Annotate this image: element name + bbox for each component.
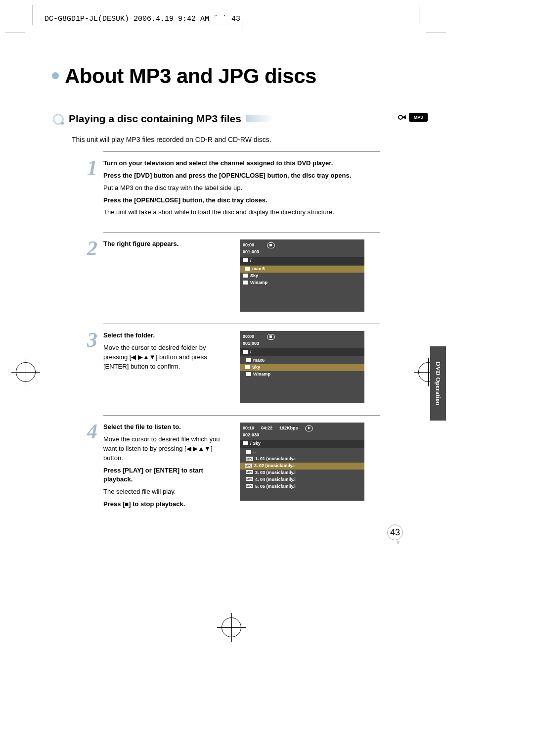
folder-icon — [246, 372, 251, 376]
folder-icon — [243, 281, 248, 284]
subhead-bullet-icon — [52, 114, 64, 124]
page-title-text: About MP3 and JPG discs — [65, 64, 316, 88]
osd-item: Winamp — [253, 372, 270, 377]
mp3-icon: MP3 — [246, 484, 253, 488]
folder-icon — [243, 350, 248, 354]
step4-line4: The selected file will play. — [103, 487, 230, 497]
step-number: 1 — [87, 156, 97, 180]
osd-item: Sky — [250, 273, 258, 278]
folder-icon — [246, 450, 251, 454]
osd-item: 1. 01 (musicfamily.i — [255, 456, 296, 461]
step-number: 4 — [87, 420, 97, 443]
step-number: 3 — [87, 328, 97, 352]
side-tab: DVD Operation — [430, 346, 446, 421]
step1-line5: The unit will take a short while to load… — [103, 208, 380, 217]
step1-line3: Put a MP3 on the disc tray with the labe… — [103, 184, 380, 193]
osd-item: 3. 03 (musicfamily.i — [255, 470, 296, 475]
osd-figure-step4: 00:10 04:22 192Kbps 002:030 / Sky .. MP3… — [240, 423, 364, 501]
step-3: 3 Select the folder. Move the cursor to … — [103, 324, 380, 415]
osd-duration: 04:22 — [261, 425, 272, 432]
step4-line1: Select the file to listen to. — [103, 423, 230, 432]
osd-counter: 001:003 — [243, 340, 361, 347]
osd-item: 5. 05 (musicfamily.i — [255, 484, 296, 489]
print-header: DC-G8GD1P-JL(DESUK) 2006.4.19 9:42 AM ˘ … — [44, 15, 240, 23]
step1-line1: Turn on your television and select the c… — [103, 159, 380, 168]
step3-line2: Move the cursor to desired folder by pre… — [103, 343, 230, 372]
section-subhead: Playing a disc containing MP3 files — [69, 113, 241, 125]
mp3-icon: MP3 — [246, 477, 253, 481]
folder-icon — [245, 365, 250, 369]
step-2: 2 The right figure appears. 00:00 001:00… — [103, 232, 380, 324]
step-number: 2 — [87, 236, 97, 260]
page-title: About MP3 and JPG discs — [52, 64, 408, 88]
step3-line1: Select the folder. — [103, 331, 230, 340]
folder-icon — [246, 358, 251, 362]
step-4: 4 Select the file to listen to. Move the… — [103, 415, 380, 524]
osd-up: .. — [253, 449, 256, 454]
page-number-text: 43 — [390, 527, 400, 538]
osd-item: Winamp — [250, 280, 267, 285]
osd-root: / — [250, 258, 252, 263]
title-bullet-icon — [52, 72, 59, 79]
osd-counter: 001:003 — [243, 249, 361, 256]
step4-line5: Press [■] to stop playback. — [103, 500, 230, 509]
osd-time: 00:00 — [243, 242, 254, 249]
osd-item: Sky — [252, 365, 260, 370]
mp3-badge-text: MP3 — [414, 115, 423, 120]
print-header-text: DC-G8GD1P-JL(DESUK) 2006.4.19 9:42 AM ˘ … — [44, 15, 240, 23]
side-tab-label: DVD Operation — [434, 362, 442, 405]
osd-time: 00:10 — [243, 425, 254, 432]
step1-line2: Press the [DVD] button and press the [OP… — [103, 171, 380, 181]
page-number: 43 — [387, 524, 403, 540]
stop-icon — [267, 242, 275, 248]
play-icon — [305, 425, 313, 431]
folder-icon — [243, 274, 248, 278]
step4-line2: Move the cursor to desired file which yo… — [103, 435, 230, 463]
osd-item: 4. 04 (musicfamily.i — [255, 477, 296, 482]
step-1: 1 Turn on your television and select the… — [103, 151, 380, 232]
intro-text: This unit will play MP3 files recorded o… — [72, 136, 408, 143]
mp3-icon: MP3 — [246, 470, 253, 474]
osd-time: 00:00 — [243, 333, 254, 340]
osd-bitrate: 192Kbps — [279, 425, 298, 432]
osd-figure-step3: 00:00 001:003 / max6 Sky Winamp — [240, 331, 364, 403]
stop-icon — [267, 334, 275, 340]
folder-icon — [243, 258, 248, 262]
osd-item: max 6 — [252, 266, 265, 271]
osd-root: / — [250, 349, 252, 354]
mp3-icon: MP3 — [246, 457, 253, 461]
step2-line1: The right figure appears. — [103, 239, 230, 249]
mp3-badge: MP3 — [409, 113, 428, 122]
osd-counter: 002:030 — [243, 432, 361, 439]
mp3-icon: MP3 — [245, 464, 252, 468]
folder-icon — [245, 267, 250, 271]
step4-line3: Press [PLAY] or [ENTER] to start playbac… — [103, 466, 230, 485]
osd-item: max6 — [253, 358, 265, 363]
osd-item: 2. 02 (musicfamily.i — [254, 463, 295, 468]
osd-root: / Sky — [250, 441, 261, 446]
step1-line4: Press the [OPEN/CLOSE] button, the disc … — [103, 196, 380, 205]
subhead-bar — [246, 115, 276, 122]
folder-icon — [243, 441, 248, 445]
osd-figure-step2: 00:00 001:003 / max 6 Sky Winamp — [240, 239, 364, 312]
